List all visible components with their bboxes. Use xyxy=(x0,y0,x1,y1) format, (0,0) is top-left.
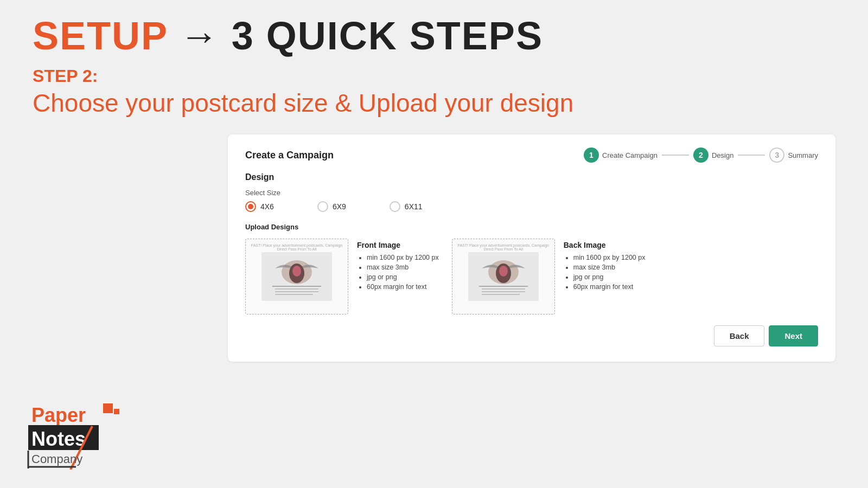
page-header: SETUP → 3 QUICK STEPS xyxy=(0,0,868,61)
select-size-label: Select Size xyxy=(245,189,818,197)
back-image-info: Back Image min 1600 px by 1200 px max si… xyxy=(564,239,646,293)
upload-row: FAST! Place your advertisement postcards… xyxy=(245,239,818,314)
stepper-circle-1: 1 xyxy=(584,147,599,163)
front-image-placeholder[interactable]: FAST! Place your advertisement postcards… xyxy=(245,239,348,314)
front-spec-4: 60px margin for text xyxy=(367,283,439,291)
svg-rect-18 xyxy=(114,409,119,414)
front-image-info: Front Image min 1600 px by 1200 px max s… xyxy=(357,239,439,293)
size-label-4x6: 4X6 xyxy=(260,202,274,211)
stepper-label-1: Create Campaign xyxy=(602,151,658,159)
logo-area: Paper Notes Company xyxy=(27,399,130,472)
stepper-circle-3: 3 xyxy=(769,147,784,163)
setup-text: SETUP xyxy=(33,14,168,57)
step-subtitle: Choose your postcard size & Upload your … xyxy=(33,88,835,118)
radio-6x9[interactable] xyxy=(317,201,328,212)
design-section-title: Design xyxy=(245,172,818,182)
back-image-placeholder[interactable]: FAST! Place your advertisement postcards… xyxy=(452,239,555,314)
back-spec-2: max size 3mb xyxy=(573,264,646,271)
size-options: 4X6 6X9 6X11 xyxy=(245,201,818,212)
arrow-icon: → xyxy=(180,14,220,57)
front-image-specs: min 1600 px by 1200 px max size 3mb jpg … xyxy=(357,254,439,291)
front-image-title: Front Image xyxy=(357,241,439,249)
next-button[interactable]: Next xyxy=(769,325,818,346)
svg-text:Paper: Paper xyxy=(31,404,86,426)
back-image-title: Back Image xyxy=(564,241,646,249)
svg-point-11 xyxy=(499,266,508,277)
radio-inner-4x6 xyxy=(248,204,253,209)
svg-text:Company: Company xyxy=(31,452,82,466)
back-spec-4: 60px margin for text xyxy=(573,283,646,291)
stepper-step-2: 2 Design xyxy=(693,147,733,163)
main-title: SETUP → 3 QUICK STEPS xyxy=(33,16,835,55)
radio-6x11[interactable] xyxy=(390,201,400,212)
stepper: 1 Create Campaign 2 Design 3 Summary xyxy=(584,147,818,163)
size-label-6x9: 6X9 xyxy=(333,202,346,211)
front-upload-pair: FAST! Place your advertisement postcards… xyxy=(245,239,439,314)
back-postcard-svg xyxy=(465,249,541,304)
stepper-line-2 xyxy=(738,155,765,156)
size-option-6x11[interactable]: 6X11 xyxy=(390,201,423,212)
stepper-circle-2: 2 xyxy=(693,147,709,163)
front-postcard-svg xyxy=(259,249,335,304)
stepper-step-3: 3 Summary xyxy=(769,147,818,163)
stepper-label-3: Summary xyxy=(788,151,818,159)
back-image-specs: min 1600 px by 1200 px max size 3mb jpg … xyxy=(564,254,646,291)
stepper-step-1: 1 Create Campaign xyxy=(584,147,658,163)
campaign-card: Create a Campaign 1 Create Campaign 2 De… xyxy=(228,134,835,362)
step-label: STEP 2: xyxy=(33,66,835,86)
svg-point-3 xyxy=(292,266,301,277)
svg-rect-17 xyxy=(103,403,113,413)
size-label-6x11: 6X11 xyxy=(405,202,423,211)
back-spec-3: jpg or png xyxy=(573,273,646,281)
radio-4x6[interactable] xyxy=(245,201,256,212)
button-row: Back Next xyxy=(245,325,818,346)
stepper-line-1 xyxy=(662,155,689,156)
company-logo: Paper Notes Company xyxy=(27,399,130,470)
svg-text:Notes: Notes xyxy=(31,428,86,450)
upload-label: Upload Designs xyxy=(245,223,818,231)
card-header: Create a Campaign 1 Create Campaign 2 De… xyxy=(245,147,818,163)
front-img-top-text: FAST! Place your advertisement postcards… xyxy=(250,243,343,251)
size-option-4x6[interactable]: 4X6 xyxy=(245,201,274,212)
step-section: STEP 2: Choose your postcard size & Uplo… xyxy=(0,61,868,124)
stepper-label-2: Design xyxy=(712,151,733,159)
front-spec-3: jpg or png xyxy=(367,273,439,281)
back-upload-pair: FAST! Place your advertisement postcards… xyxy=(452,239,646,314)
steps-text: 3 QUICK STEPS xyxy=(232,14,543,57)
size-option-6x9[interactable]: 6X9 xyxy=(317,201,346,212)
front-spec-1: min 1600 px by 1200 px xyxy=(367,254,439,261)
back-img-top-text: FAST! Place your advertisement postcards… xyxy=(457,243,550,251)
back-button[interactable]: Back xyxy=(714,325,765,346)
back-spec-1: min 1600 px by 1200 px xyxy=(573,254,646,261)
card-title: Create a Campaign xyxy=(245,150,334,161)
front-spec-2: max size 3mb xyxy=(367,264,439,271)
